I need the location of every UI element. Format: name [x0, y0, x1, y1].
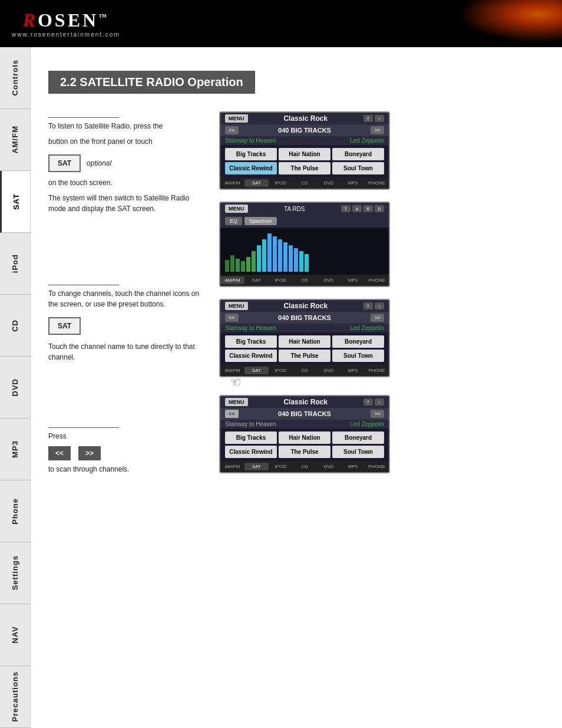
nav-ipod-1[interactable]: IPOD [269, 179, 293, 187]
nav-dvd-4[interactable]: DVD [316, 463, 340, 470]
nav-ipod-2[interactable]: IPOD [269, 276, 293, 284]
screen1-trackbar: << 040 BIG TRACKS >> [220, 124, 389, 136]
nav-mp3-3[interactable]: MP3 [340, 367, 365, 374]
screen1-next[interactable]: >> [371, 126, 384, 134]
nav-phone-4[interactable]: PHONE [365, 463, 389, 470]
screen4-channel-0[interactable]: Big Tracks [225, 431, 277, 444]
nav-phone-2[interactable]: PHONE [365, 276, 389, 284]
nav-mp3-2[interactable]: MP3 [340, 276, 365, 284]
nav-mp3-1[interactable]: MP3 [340, 179, 365, 187]
screen2-icon4: D [375, 205, 384, 212]
screen3-trackbar: << 040 BIG TRACKS >> [220, 312, 389, 324]
screen4-channel-3[interactable]: Classic Rewind [225, 446, 277, 458]
screen1: MENU Classic Rock T i << 040 BIG TRACKS … [219, 111, 390, 190]
sidebar-item-ipod[interactable]: iPod [0, 233, 30, 295]
screen3-channel-3[interactable]: Classic Rewind [225, 350, 277, 362]
screen4-container: MENU Classic Rock T i << 040 BIG TRACKS … [219, 395, 544, 473]
nav-amfm-2[interactable]: AM/FM [220, 276, 244, 284]
nav-cd-1[interactable]: CD [293, 179, 317, 187]
sidebar-item-phone[interactable]: Phone [0, 480, 30, 542]
screen1-navbar: AM/FM SAT IPOD CD DVD MP3 PHONE [220, 177, 389, 189]
eq-bar-11 [278, 239, 282, 272]
next-channel-button[interactable]: >> [78, 446, 101, 460]
nav-amfm-4[interactable]: AM/FM [220, 463, 244, 470]
screen3-channel-4[interactable]: The Pulse [279, 350, 330, 362]
screen3-channel-0[interactable]: Big Tracks [225, 335, 277, 348]
text-block-1: To listen to Satellite Radio, press the … [48, 117, 201, 214]
tag-icon: T [363, 115, 373, 122]
screen4-next[interactable]: >> [371, 410, 384, 418]
screen1-icons: T i [363, 115, 384, 122]
prev-channel-button[interactable]: << [48, 446, 71, 460]
screen4-icon1: T [363, 398, 373, 406]
screen2-eq-display [220, 228, 389, 275]
eq-bar-1 [225, 260, 229, 272]
divider-1 [48, 117, 119, 118]
screen4-prev[interactable]: << [225, 410, 239, 418]
nav-dvd-1[interactable]: DVD [316, 179, 340, 187]
screen3-channel-right: Led Zeppelin [350, 325, 384, 331]
screen3-icons: T i [363, 302, 384, 309]
screen4-menu-btn[interactable]: MENU [225, 398, 248, 406]
screen3-next[interactable]: >> [371, 314, 384, 322]
eq-bar-9 [267, 233, 272, 272]
sidebar-item-amfm[interactable]: AM/FM [0, 109, 30, 171]
nav-mp3-4[interactable]: MP3 [340, 463, 365, 470]
sidebar-item-mp3[interactable]: MP3 [0, 419, 30, 480]
screen3-channel-1[interactable]: Hair Nation [279, 335, 330, 348]
screen3-channel-5[interactable]: Soul Town [332, 350, 384, 362]
screen4-channel-1[interactable]: Hair Nation [279, 431, 330, 444]
sidebar-item-cd[interactable]: CD [0, 295, 30, 357]
nav-ipod-3[interactable]: IPOD [269, 367, 293, 374]
channel-cell-0[interactable]: Big Tracks [225, 148, 277, 160]
nav-sat-2[interactable]: SAT [244, 276, 269, 284]
eq-tab-eq[interactable]: EQ [225, 217, 242, 225]
logo-area: ROSEN™ www.rosenentertainment.com [12, 9, 120, 38]
nav-phone-3[interactable]: PHONE [365, 367, 389, 374]
nav-cd-4[interactable]: CD [293, 463, 317, 470]
sidebar-item-dvd[interactable]: DVD [0, 357, 30, 419]
screen4-channel-5[interactable]: Soul Town [332, 446, 384, 458]
screen2-topbar: MENU TA RDS T A R D [220, 203, 389, 215]
channel-cell-3[interactable]: Classic Rewind [225, 162, 277, 174]
sidebar-item-sat[interactable]: SAT [0, 171, 30, 233]
channel-cell-1[interactable]: Hair Nation [279, 148, 330, 160]
screen4-channel-4[interactable]: The Pulse [279, 446, 330, 458]
sidebar-item-nav[interactable]: NAV [0, 604, 30, 666]
screen3-prev[interactable]: << [225, 314, 239, 322]
nav-phone-1[interactable]: PHONE [365, 179, 389, 187]
screen2-menu-btn[interactable]: MENU [225, 205, 248, 213]
screen4-icon2: i [375, 398, 384, 406]
screen3-title: Classic Rock [253, 302, 359, 310]
screen3-channel-2[interactable]: Boneyard [332, 335, 384, 348]
nav-sat-3[interactable]: SAT [244, 367, 269, 374]
nav-dvd-3[interactable]: DVD [316, 367, 340, 374]
screen3: MENU Classic Rock T i << 040 BIG TRACKS … [219, 299, 390, 377]
screen3-menu-btn[interactable]: MENU [225, 302, 248, 310]
screen1-menu-btn[interactable]: MENU [225, 114, 248, 123]
nav-ipod-4[interactable]: IPOD [269, 463, 293, 470]
channel-cell-2[interactable]: Boneyard [332, 148, 384, 160]
nav-cd-2[interactable]: CD [293, 276, 317, 284]
nav-amfm-3[interactable]: AM/FM [220, 367, 244, 374]
two-column-layout: To listen to Satellite Radio, press the … [48, 111, 544, 483]
sidebar-item-settings[interactable]: Settings [0, 542, 30, 604]
header-graphic [444, 0, 562, 47]
nav-amfm-1[interactable]: AM/FM [220, 179, 244, 187]
sidebar-item-precautions[interactable]: Precautions [0, 666, 30, 728]
screen1-prev[interactable]: << [225, 126, 239, 134]
nav-dvd-2[interactable]: DVD [316, 276, 340, 284]
nav-cd-3[interactable]: CD [293, 367, 317, 374]
screen4-channel-2[interactable]: Boneyard [332, 431, 384, 444]
sat-button-2[interactable]: SAT [48, 317, 81, 335]
sidebar-item-controls[interactable]: Controls [0, 47, 30, 109]
screen4-channel-left: Stairway to Heaven [225, 421, 276, 427]
eq-tab-spectrum[interactable]: Spectrum [244, 217, 277, 225]
nav-sat-4[interactable]: SAT [244, 463, 269, 470]
sat-button-1[interactable]: SAT [48, 154, 81, 172]
screen3-track: 040 BIG TRACKS [243, 314, 366, 321]
channel-cell-5[interactable]: Soul Town [332, 162, 384, 174]
nav-sat-1[interactable]: SAT [244, 179, 269, 187]
channel-cell-4[interactable]: The Pulse [279, 162, 330, 174]
eq-bar-4 [241, 261, 245, 272]
